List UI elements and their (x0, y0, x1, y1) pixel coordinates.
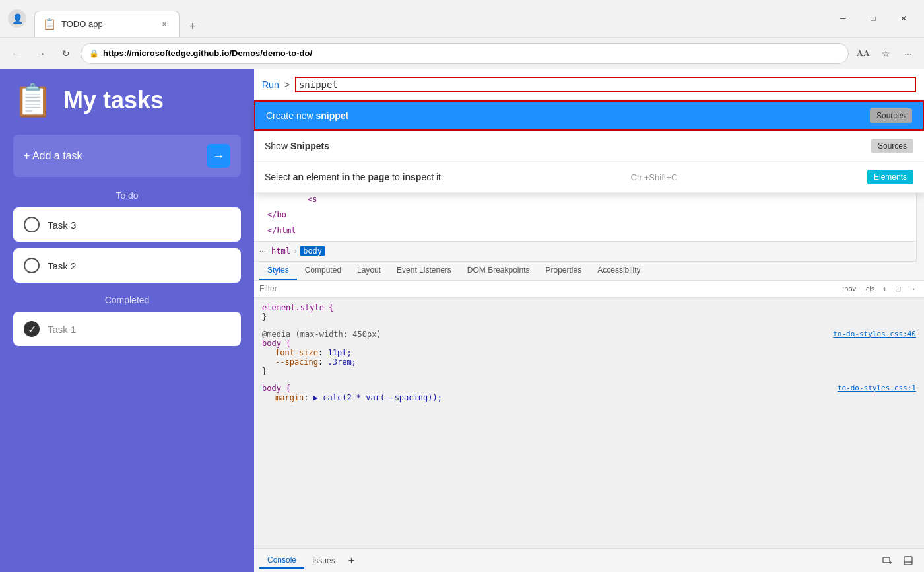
add-task-bar[interactable]: + Add a task → (13, 135, 241, 177)
tab-styles[interactable]: Styles (259, 262, 297, 280)
elements-footer: ··· html › body (254, 242, 916, 262)
run-prompt: > (284, 79, 290, 90)
body-block: to-do-styles.css:1 body { margin: ▶ calc… (262, 384, 916, 402)
html-close-tag: </html (267, 226, 296, 235)
select-element-source-button[interactable]: Elements (867, 170, 913, 184)
forward-button[interactable]: → (30, 43, 51, 64)
create-and-append-button[interactable] (876, 550, 898, 571)
breadcrumb: html › body (271, 246, 325, 256)
body-breadcrumb[interactable]: body (300, 246, 325, 256)
hov-button[interactable]: :hov (840, 283, 859, 294)
show-snippets-source-button[interactable]: Sources (871, 139, 913, 153)
tree-row: <s (254, 192, 916, 207)
url-prefix: https:// (103, 48, 131, 58)
task-checkbox-1[interactable]: ✓ (24, 321, 40, 337)
add-task-button[interactable]: → (207, 144, 230, 168)
tab-computed[interactable]: Computed (297, 262, 349, 280)
css-source-link-1[interactable]: to-do-styles.css:40 (833, 330, 916, 338)
element-style-block: element.style { } (262, 303, 916, 322)
list-item[interactable]: ✓ Task 1 (13, 312, 241, 346)
minimize-button[interactable]: ─ (828, 8, 858, 29)
address-bar[interactable]: 🔒 https://microsoftedge.github.io/Demos/… (81, 43, 849, 64)
styles-panel: element.style { } to-do-styles.css:40 @m… (254, 298, 924, 548)
tab-layout[interactable]: Layout (349, 262, 389, 280)
url-path: /Demos/demo-to-do/ (229, 48, 312, 58)
maximize-button[interactable]: □ (858, 8, 888, 29)
lock-icon: 🔒 (89, 49, 99, 58)
tab-properties[interactable]: Properties (538, 262, 590, 280)
spacing-property: --spacing (275, 357, 318, 367)
devtools-panel: </> Elements + ··· ? (254, 69, 924, 572)
svg-rect-18 (904, 557, 912, 565)
title-bar: 👤 📋 TODO app × + ─ □ ✕ (0, 0, 924, 37)
tree-row: </bo (254, 207, 916, 223)
new-tab-button[interactable]: + (182, 16, 203, 37)
more-button[interactable]: ··· (259, 246, 266, 256)
close-button[interactable]: ✕ (888, 8, 919, 29)
filter-bar: :hov .cls + ⊞ → (254, 281, 924, 298)
task-checkbox-3[interactable] (24, 217, 40, 232)
nav-bar: ← → ↻ 🔒 https://microsoftedge.github.io/… (0, 37, 924, 69)
add-task-label: + Add a task (24, 150, 82, 162)
completed-section-label: Completed (13, 295, 241, 305)
font-size-value: 11pt; (327, 348, 351, 357)
spacing-value: .3rem; (327, 357, 356, 367)
console-tab[interactable]: Console (259, 553, 304, 569)
browser-chrome: 👤 📋 TODO app × + ─ □ ✕ ← → ↻ 🔒 https:// (0, 0, 924, 69)
tab-strip: 📋 TODO app × + (34, 0, 203, 37)
command-input[interactable] (295, 77, 916, 92)
issues-tab[interactable]: Issues (304, 554, 343, 568)
run-label[interactable]: Run (262, 79, 279, 90)
read-aloud-button[interactable]: 𝐀𝐀 (853, 43, 874, 64)
run-bar: Run > (254, 69, 924, 100)
add-bottom-tab-button[interactable]: + (343, 555, 360, 567)
tab-accessibility[interactable]: Accessibility (589, 262, 648, 280)
body-selector-1: body { (262, 339, 290, 348)
body-selector-2: body { (262, 384, 290, 393)
body-close-tag: </bo (267, 210, 286, 219)
refresh-button[interactable]: ↻ (55, 43, 77, 64)
profile-avatar[interactable]: 👤 (8, 9, 26, 28)
new-style-rule-button[interactable]: ⊞ (892, 283, 904, 295)
add-style-button[interactable]: + (880, 283, 890, 294)
tree-row: </html (254, 223, 916, 238)
tab-close-button[interactable]: × (158, 18, 171, 31)
tab-event-listeners[interactable]: Event Listeners (389, 262, 459, 280)
toggle-drawer-button[interactable] (898, 550, 919, 571)
styles-tabs: Styles Computed Layout Event Listeners D… (254, 262, 924, 281)
active-tab[interactable]: 📋 TODO app × (34, 11, 180, 37)
task-label-1: Task 1 (48, 324, 76, 335)
command-palette: Run > Create new snippet Sources Show Sn… (254, 69, 924, 193)
settings-button[interactable]: ··· (898, 43, 919, 64)
back-button[interactable]: ← (5, 43, 26, 64)
tab-dom-breakpoints[interactable]: DOM Breakpoints (459, 262, 538, 280)
css-source-link-2[interactable]: to-do-styles.css:1 (838, 384, 916, 392)
task-label-3: Task 3 (48, 219, 76, 231)
list-item[interactable]: Task 3 (13, 207, 241, 242)
command-results-list: Create new snippet Sources Show Snippets… (254, 100, 924, 193)
url-text: https://microsoftedge.github.io/Demos/de… (103, 48, 312, 58)
cls-button[interactable]: .cls (861, 283, 878, 294)
create-snippet-source-button[interactable]: Sources (870, 108, 912, 123)
select-element-item[interactable]: Select an element in the page to inspect… (254, 162, 924, 193)
show-snippets-item[interactable]: Show Snippets Sources (254, 131, 924, 162)
favorites-button[interactable]: ☆ (875, 43, 896, 64)
list-item[interactable]: Task 2 (13, 248, 241, 283)
inspect-inherited-button[interactable]: → (906, 283, 919, 294)
todo-app-page: 📋 My tasks + Add a task → To do Task 3 T… (0, 69, 254, 572)
svg-rect-15 (883, 557, 890, 563)
create-snippet-item[interactable]: Create new snippet Sources (254, 100, 924, 131)
todo-section-label: To do (13, 190, 241, 201)
media-query: @media (max-width: 450px) (262, 330, 381, 339)
filter-input[interactable] (259, 284, 837, 293)
media-block: to-do-styles.css:40 @media (max-width: 4… (262, 330, 916, 376)
element-style-close: } (262, 312, 267, 322)
task-checkbox-2[interactable] (24, 258, 40, 273)
todo-app-icon: 📋 (13, 82, 53, 119)
element-style-selector: element.style { (262, 303, 333, 312)
breadcrumb-separator: › (293, 246, 298, 256)
window-controls: ─ □ ✕ (828, 8, 919, 29)
margin-value: ▶ calc(2 * var(--spacing)); (314, 393, 442, 402)
html-breadcrumb[interactable]: html (271, 246, 290, 256)
tab-title: TODO app (61, 19, 152, 29)
